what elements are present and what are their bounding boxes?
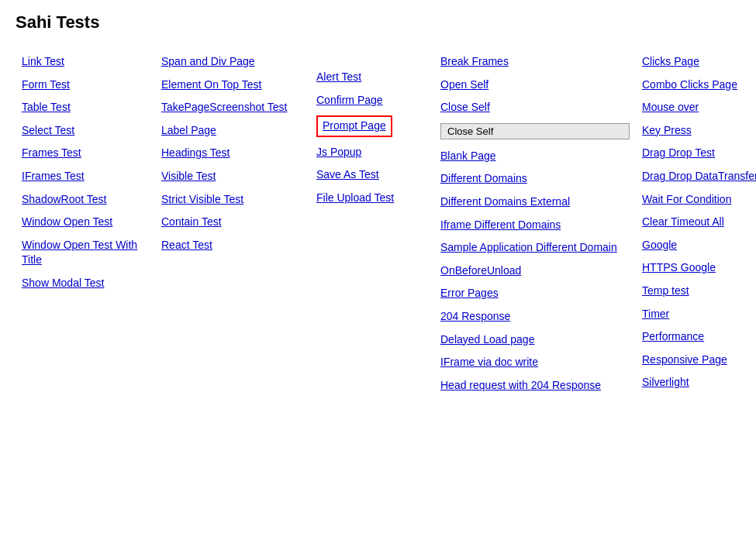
main-grid: Link Test Form Test Table Test Select Te… [16, 51, 740, 396]
link-table-test[interactable]: Table Test [22, 100, 149, 115]
link-window-open-test[interactable]: Window Open Test [22, 215, 149, 230]
link-clicks-page[interactable]: Clicks Page [642, 54, 756, 70]
link-blank-page[interactable]: Blank Page [440, 149, 630, 164]
link-wait-for-condition[interactable]: Wait For Condition [642, 192, 756, 208]
link-save-as-test[interactable]: Save As Test [316, 167, 428, 183]
link-break-frames[interactable]: Break Frames [440, 54, 630, 70]
link-label-page[interactable]: Label Page [161, 123, 304, 139]
link-js-popup[interactable]: Js Popup [316, 145, 428, 160]
link-contain-test[interactable]: Contain Test [161, 215, 304, 230]
link-strict-visible-test[interactable]: Strict Visible Test [161, 192, 304, 208]
link-google[interactable]: Google [642, 238, 756, 253]
link-span-div-page[interactable]: Span and Div Page [161, 54, 304, 70]
link-different-domains-external[interactable]: Different Domains External [440, 194, 630, 210]
link-error-pages[interactable]: Error Pages [440, 286, 630, 301]
link-responsive-page[interactable]: Responsive Page [642, 353, 756, 368]
link-headings-test[interactable]: Headings Test [161, 146, 304, 161]
link-timer[interactable]: Timer [642, 307, 756, 322]
link-mouse-over[interactable]: Mouse over [642, 100, 756, 115]
link-delayed-load[interactable]: Delayed Load page [440, 332, 630, 348]
link-drag-drop-datatransfer[interactable]: Drag Drop DataTransfer [642, 169, 756, 184]
link-silverlight[interactable]: Silverlight [642, 375, 756, 390]
prompt-page-container: Prompt Page [316, 115, 428, 137]
column-2: Span and Div Page Element On Top Test Ta… [155, 51, 310, 256]
link-confirm-page[interactable]: Confirm Page [316, 93, 428, 108]
link-open-self[interactable]: Open Self [440, 77, 630, 93]
link-react-test[interactable]: React Test [161, 238, 304, 253]
column-5: Clicks Page Combo Clicks Page Mouse over… [636, 51, 756, 394]
link-iframes-test[interactable]: IFrames Test [22, 169, 149, 184]
close-self-button[interactable]: Close Self [440, 123, 630, 139]
link-shadowroot-test[interactable]: ShadowRoot Test [22, 192, 149, 208]
link-show-modal-test[interactable]: Show Modal Test [22, 276, 149, 291]
link-alert-test[interactable]: Alert Test [316, 70, 428, 85]
link-frames-test[interactable]: Frames Test [22, 146, 149, 161]
link-file-upload-test[interactable]: File Upload Test [316, 191, 428, 206]
link-204-response[interactable]: 204 Response [440, 309, 630, 325]
link-different-domains[interactable]: Different Domains [440, 171, 630, 187]
link-temp-test[interactable]: Temp test [642, 284, 756, 299]
link-combo-clicks-page[interactable]: Combo Clicks Page [642, 77, 756, 93]
link-window-open-test-title[interactable]: Window Open Test With Title [22, 238, 149, 268]
link-onbeforeunload[interactable]: OnBeforeUnload [440, 263, 630, 279]
link-key-press[interactable]: Key Press [642, 123, 756, 139]
link-form-test[interactable]: Form Test [22, 77, 149, 93]
link-clear-timeout-all[interactable]: Clear Timeout All [642, 215, 756, 230]
link-takepage-screenshot[interactable]: TakePageScreenshot Test [161, 100, 304, 115]
link-visible-test[interactable]: Visible Test [161, 169, 304, 184]
column-1: Link Test Form Test Table Test Select Te… [16, 51, 155, 294]
link-element-on-top[interactable]: Element On Top Test [161, 77, 304, 93]
page-title: Sahi Tests [16, 12, 740, 33]
link-iframe-doc-write[interactable]: IFrame via doc write [440, 355, 630, 370]
link-select-test[interactable]: Select Test [22, 123, 149, 139]
link-link-test[interactable]: Link Test [22, 54, 149, 70]
link-close-self-1[interactable]: Close Self [440, 100, 630, 115]
column-4: Break Frames Open Self Close Self Close … [434, 51, 636, 396]
link-performance[interactable]: Performance [642, 329, 756, 345]
column-3: Alert Test Confirm Page Prompt Page Js P… [310, 51, 434, 209]
link-drag-drop-test[interactable]: Drag Drop Test [642, 146, 756, 161]
link-https-google[interactable]: HTTPS Google [642, 260, 756, 276]
link-prompt-page[interactable]: Prompt Page [316, 115, 392, 137]
link-head-request-204[interactable]: Head request with 204 Response [440, 378, 630, 394]
link-sample-app-diff-domain[interactable]: Sample Application Different Domain [440, 240, 630, 256]
link-iframe-different-domains[interactable]: Iframe Different Domains [440, 218, 630, 233]
